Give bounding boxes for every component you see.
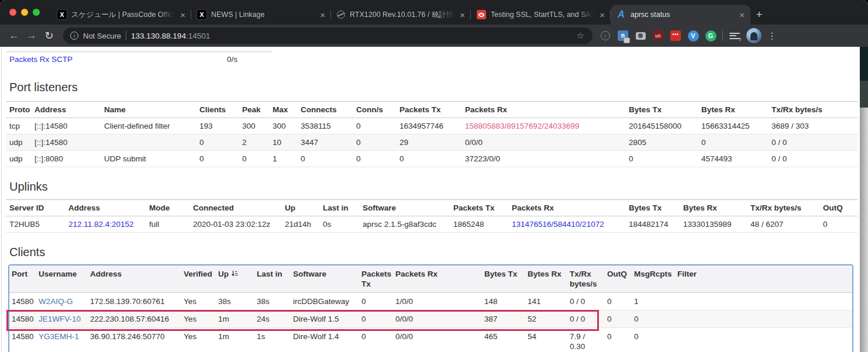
url-host: 133.130.88.194 xyxy=(131,32,186,40)
tab-close-icon[interactable]: × xyxy=(459,11,466,19)
client-row-yg3emh-1: 14580 YG3EMH-1 36.90.178.246:50770 Yes 1… xyxy=(9,328,852,352)
column-header: Peak xyxy=(239,102,269,118)
page-info-icon[interactable]: i xyxy=(70,32,78,40)
tab-news-linkage[interactable]: X NEWS | Linkage × xyxy=(191,5,331,25)
cell: 0 xyxy=(353,134,396,151)
cell: 52 xyxy=(525,310,567,328)
cell: 0 xyxy=(632,310,675,328)
cell: 38s xyxy=(216,293,254,310)
minimize-window-button[interactable] xyxy=(21,9,28,16)
column-header-txrx[interactable]: Tx/Rx bytes/s xyxy=(567,265,605,293)
tab-close-icon[interactable]: × xyxy=(598,11,606,19)
scrollbar[interactable] xyxy=(860,47,868,352)
reload-button[interactable]: ↻ xyxy=(41,27,57,44)
cell: 193 xyxy=(196,118,239,134)
tab-aprsc-status[interactable]: A aprsc status × xyxy=(611,5,750,25)
screenshot-camera-icon[interactable] xyxy=(635,30,646,42)
uplink-address-link[interactable]: 212.11.82.4:20152 xyxy=(65,216,146,233)
menu-kebab-icon[interactable]: ⋮ xyxy=(767,30,777,42)
cell: 0 xyxy=(353,151,396,167)
tab-close-icon[interactable]: × xyxy=(179,11,187,19)
cell: 184482174 xyxy=(625,216,680,233)
tab-title: NEWS | Linkage xyxy=(211,11,314,19)
url-text[interactable]: 133.130.88.194:14501 xyxy=(131,32,572,40)
cell: 300 xyxy=(239,118,269,134)
cell: 48 / 6207 xyxy=(747,216,819,233)
forward-button[interactable]: → xyxy=(23,27,40,44)
uplink-packets-rx-link[interactable]: 131476516/584410/21072 xyxy=(508,216,625,233)
column-header-up[interactable]: Up xyxy=(216,265,254,293)
cell: T2HUB5 xyxy=(6,216,65,233)
media-controls-icon[interactable]: ♪ xyxy=(729,30,740,42)
packets-rx-dupes-value: 158805883/89157692/24033699 xyxy=(461,118,625,134)
cell: 148 xyxy=(482,293,525,310)
column-header: Clients xyxy=(196,102,239,118)
client-username-link[interactable]: W2AIQ-G xyxy=(36,293,88,310)
client-row-je1wfv-10: 14580 JE1WFV-10 222.230.108.57:60416 Yes… xyxy=(9,310,852,328)
column-header-msgrcpts[interactable]: MsgRcpts xyxy=(632,265,675,293)
cell: udp xyxy=(6,151,31,167)
column-header-address[interactable]: Address xyxy=(88,265,181,293)
cell: 3689 / 303 xyxy=(768,118,857,134)
cell: 0/0/0 xyxy=(461,134,625,151)
tab-passcode[interactable]: X スケジュール | PassCode Official × xyxy=(51,5,191,25)
tab-title: aprsc status xyxy=(631,11,733,19)
vimium-icon[interactable]: V xyxy=(687,30,699,42)
cell: 465 xyxy=(482,328,525,352)
lastpass-icon[interactable]: ••• xyxy=(670,30,681,42)
column-header-software[interactable]: Software xyxy=(291,265,359,293)
ublock-origin-icon[interactable]: UO xyxy=(652,30,664,42)
close-window-button[interactable] xyxy=(9,9,16,16)
address-bar[interactable]: i Not Secure 133.130.88.194:14501 ☆ xyxy=(63,27,593,44)
cell: 1865248 xyxy=(450,216,508,233)
cell: 7.9 / 0.30 xyxy=(567,328,605,352)
page-content: Packets Rx SCTP 0/s Port listeners Proto… xyxy=(0,47,868,352)
cell: 387 xyxy=(482,310,525,328)
client-username-link[interactable]: YG3EMH-1 xyxy=(36,328,88,352)
grammarly-icon[interactable]: G xyxy=(705,30,717,42)
cell: 0 xyxy=(359,328,393,352)
tab-testing-ssl[interactable]: Testing SSL, StartTLS, and SASL × xyxy=(471,5,611,25)
site-info-extension-icon[interactable]: i xyxy=(600,30,611,42)
tab-close-icon[interactable]: × xyxy=(738,11,746,19)
cell: 0 xyxy=(819,216,857,233)
tab-close-icon[interactable]: × xyxy=(319,11,326,19)
cell: 222.230.108.57:60416 xyxy=(88,310,181,328)
cell: 21d14h xyxy=(281,216,319,233)
bookmark-star-icon[interactable]: ☆ xyxy=(577,30,585,41)
new-tab-button[interactable]: + xyxy=(750,5,768,25)
packets-rx-sctp-link[interactable]: Packets Rx SCTP xyxy=(9,55,227,64)
column-header: Packets Rx xyxy=(461,102,625,118)
column-header-bytes-tx[interactable]: Bytes Tx xyxy=(482,265,525,293)
table-row: T2HUB5 212.11.82.4:20152 full 2020-01-03… xyxy=(6,216,857,233)
back-button[interactable]: ← xyxy=(6,27,22,44)
profile-avatar[interactable] xyxy=(746,28,762,43)
column-header-username[interactable]: Username xyxy=(36,265,88,293)
scrollbar-thumb[interactable] xyxy=(860,81,868,108)
cell: 0 / 0 xyxy=(768,151,857,167)
cell: 172.58.139.70:60761 xyxy=(88,293,181,310)
column-header: Tx/Rx bytes/s xyxy=(768,102,857,118)
column-header-last-in[interactable]: Last in xyxy=(254,265,291,293)
column-header-port[interactable]: Port xyxy=(9,265,36,293)
column-header-outq[interactable]: OutQ xyxy=(605,265,632,293)
divider xyxy=(722,30,723,41)
overlay-window-icon xyxy=(624,37,630,43)
blue-extension-icon[interactable]: B xyxy=(617,30,629,42)
column-header-verified[interactable]: Verified xyxy=(181,265,216,293)
toolbar: ← → ↻ i Not Secure 133.130.88.194:14501 … xyxy=(0,25,868,47)
column-header-packets-rx[interactable]: Packets Rx xyxy=(393,265,482,293)
column-header: Bytes Tx xyxy=(625,102,698,118)
client-username-link[interactable]: JE1WFV-10 xyxy=(36,310,88,328)
column-header-bytes-rx[interactable]: Bytes Rx xyxy=(525,265,567,293)
uplinks-heading: Uplinks xyxy=(9,180,868,194)
column-header-packets-tx[interactable]: Packets Tx xyxy=(359,265,393,293)
cell: 0 xyxy=(605,310,632,328)
column-header-filter[interactable]: Filter xyxy=(675,265,852,293)
x-logo-icon: X xyxy=(57,10,67,19)
cell: 0 xyxy=(297,151,353,167)
zoom-window-button[interactable] xyxy=(33,9,40,16)
tab-rtx1200[interactable]: RTX1200 Rev.10.01.76 / 統計情報 × xyxy=(331,5,471,25)
clients-heading: Clients xyxy=(9,246,868,259)
cell: 38s xyxy=(254,293,291,310)
